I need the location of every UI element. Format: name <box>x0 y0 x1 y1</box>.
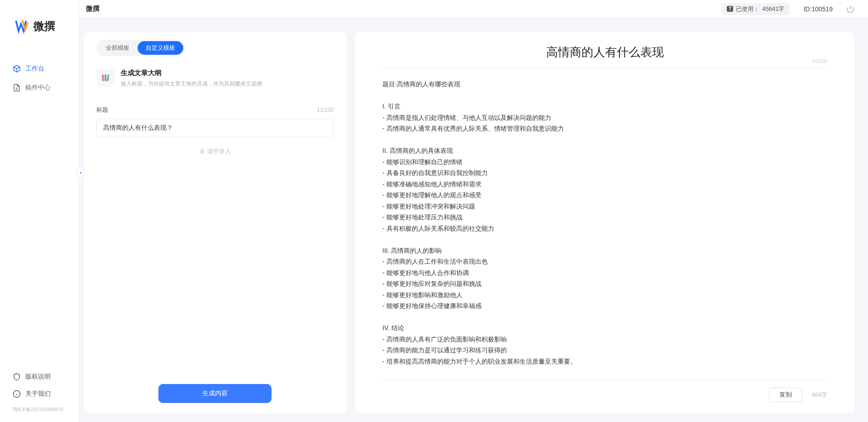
voice-input-hint[interactable]: 请空录入 <box>96 147 334 156</box>
output-title-row: 高情商的人有什么表现 10/100 <box>382 44 827 69</box>
text-chip-icon: T <box>727 6 733 12</box>
sidebar-item-label: 关于我们 <box>25 390 51 398</box>
title-char-count: 11/100 <box>317 107 334 113</box>
info-icon <box>13 390 21 398</box>
tab-custom-templates[interactable]: 自定义模板 <box>138 41 183 55</box>
page-title: 微撰 <box>86 5 100 13</box>
output-title: 高情商的人有什么表现 <box>546 44 664 60</box>
sidebar-item-label: 稿件中心 <box>25 84 51 92</box>
books-icon <box>100 73 110 83</box>
output-body[interactable]: 题目:高情商的人有哪些表现 I. 引言 - 高情商是指人们处理情绪、与他人互动以… <box>382 79 827 380</box>
template-title: 生成文章大纲 <box>121 69 262 77</box>
sidebar-item-drafts[interactable]: 稿件中心 <box>0 78 79 97</box>
output-title-count: 10/100 <box>812 58 827 64</box>
sidebar-collapse-handle[interactable] <box>77 167 84 178</box>
sidebar: 微撰 工作台 稿件中心 版权说明 关于我们 鄂ICP备2022016946号 <box>0 0 79 422</box>
chevron-left-icon <box>78 171 83 175</box>
generate-button[interactable]: 生成内容 <box>158 384 272 403</box>
title-label: 标题 <box>96 106 108 114</box>
svg-rect-5 <box>107 74 110 81</box>
brand-icon <box>14 18 31 34</box>
topbar-right: T 已使用： 45641字 ID:100519 <box>721 3 854 15</box>
cube-icon <box>13 65 21 73</box>
sidebar-about-link[interactable]: 关于我们 <box>0 385 79 403</box>
title-form: 标题 11/100 请空录入 <box>96 106 334 156</box>
tab-all-templates[interactable]: 全部模板 <box>98 41 138 55</box>
output-word-count: 404字 <box>811 391 827 399</box>
main-area: 微撰 T 已使用： 45641字 ID:100519 全部模板 自定义模板 <box>79 0 868 422</box>
content-area: 全部模板 自定义模板 生成文章大纲 输入标题，为你提供文章主体的灵感，并为其创建… <box>79 18 868 422</box>
sidebar-copyright-link[interactable]: 版权说明 <box>0 368 79 385</box>
sidebar-nav: 工作台 稿件中心 <box>0 59 79 97</box>
topbar: 微撰 T 已使用： 45641字 ID:100519 <box>79 0 868 18</box>
copy-button[interactable]: 复制 <box>769 388 802 402</box>
svg-rect-6 <box>201 149 203 152</box>
usage-prefix: 已使用： <box>736 5 759 13</box>
sidebar-footer: 版权说明 关于我们 鄂ICP备2022016946号 <box>0 368 79 422</box>
usage-badge: T 已使用： 45641字 <box>721 3 790 15</box>
output-panel: 高情商的人有什么表现 10/100 题目:高情商的人有哪些表现 I. 引言 - … <box>355 32 854 413</box>
shield-icon <box>13 373 21 381</box>
sidebar-item-label: 工作台 <box>25 65 44 73</box>
user-id: ID:100519 <box>803 5 833 13</box>
template-tabs: 全部模板 自定义模板 <box>96 40 185 56</box>
sidebar-item-workspace[interactable]: 工作台 <box>0 59 79 78</box>
voice-hint-text: 请空录入 <box>207 147 231 156</box>
document-icon <box>13 84 21 92</box>
template-info: 生成文章大纲 输入标题，为你提供文章主体的灵感，并为其创建推文提纲 <box>121 69 262 88</box>
template-desc: 输入标题，为你提供文章主体的灵感，并为其创建推文提纲 <box>121 80 262 88</box>
brand-name: 微撰 <box>33 19 55 33</box>
power-icon[interactable] <box>846 5 854 13</box>
svg-rect-4 <box>105 75 106 81</box>
template-icon <box>96 69 114 87</box>
title-input[interactable] <box>96 119 334 138</box>
input-panel: 全部模板 自定义模板 生成文章大纲 输入标题，为你提供文章主体的灵感，并为其创建… <box>84 32 346 413</box>
sidebar-item-label: 版权说明 <box>25 373 51 381</box>
mic-icon <box>199 148 205 155</box>
logo: 微撰 <box>0 0 79 34</box>
svg-rect-3 <box>102 75 104 81</box>
usage-value: 45641字 <box>762 5 784 13</box>
output-footer: 复制 404字 <box>382 380 827 402</box>
template-card: 生成文章大纲 输入标题，为你提供文章主体的灵感，并为其创建推文提纲 <box>96 69 334 88</box>
icp-text: 鄂ICP备2022016946号 <box>0 403 79 417</box>
